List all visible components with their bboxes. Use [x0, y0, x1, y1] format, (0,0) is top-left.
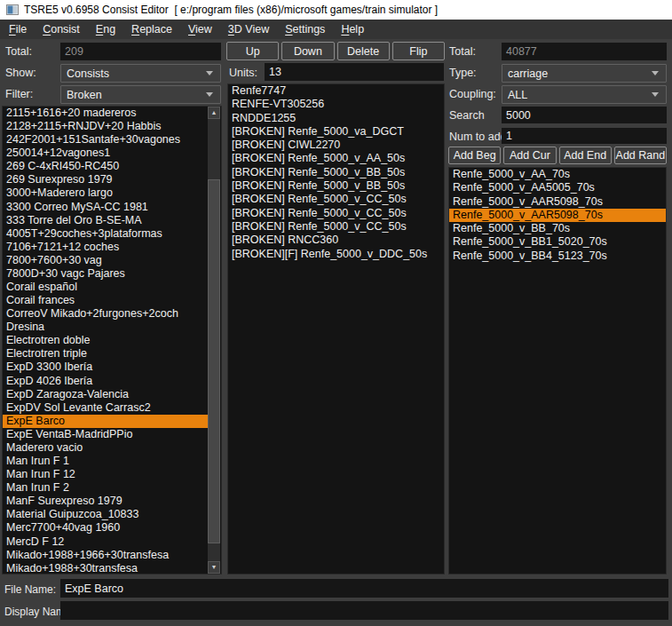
consist-list-item[interactable]: MercD F 12 — [3, 535, 208, 549]
consist-list-item[interactable]: 242F2001+151Santafe+30vagones — [3, 133, 208, 147]
consist-list-item[interactable]: ExpD 4026 Ibería — [3, 375, 208, 388]
consist-list-item[interactable]: Material Guipuzcoa_10833 — [3, 508, 208, 521]
consist-list-item[interactable]: 269 Surexpreso 1979 — [3, 173, 208, 186]
chevron-down-icon — [652, 92, 659, 97]
num-to-add-input[interactable] — [502, 128, 667, 144]
right-total-field[interactable] — [502, 43, 667, 60]
consist-list-item[interactable]: ExpD 3300 Ibería — [3, 361, 208, 374]
consist-list-item[interactable]: Corail frances — [3, 294, 208, 307]
consist-list-item[interactable]: 3300 Correo MySA-CC 1981 — [3, 201, 208, 214]
consist-list-item[interactable]: Merc7700+40vag 1960 — [3, 521, 208, 535]
file-name-input[interactable] — [60, 579, 668, 598]
consist-list-item[interactable]: ExpE Barco — [3, 415, 208, 428]
consist-list-item[interactable]: ExpDV Sol Levante Carrasc2 — [3, 401, 208, 415]
unit-list-item[interactable]: [BROKEN] Renfe_5000_va_DGCT — [228, 125, 444, 139]
menu-view[interactable]: View — [180, 20, 220, 39]
unit-list-item[interactable]: [BROKEN][F] Renfe_5000_v_DDC_50s — [228, 248, 444, 261]
show-label: Show: — [5, 66, 36, 80]
add-button[interactable]: Add Cur — [503, 147, 556, 164]
menu-eng[interactable]: Eng — [88, 20, 123, 39]
scrollbar-thumb[interactable] — [208, 179, 220, 543]
consist-list-item[interactable]: 3000+Maderero largo — [3, 186, 208, 200]
menu-file[interactable]: File — [1, 20, 35, 39]
consist-list-item[interactable]: 269 C-4xRI450-RC450 — [3, 160, 208, 173]
unit-list-item[interactable]: [BROKEN] Renfe_5000_v_BB_50s — [228, 179, 444, 193]
units-label: Units: — [229, 66, 257, 80]
consists-list: 2115+1616+20 madereros2128+2115+RNJDV+20… — [2, 106, 222, 574]
scroll-up-icon[interactable]: ▲ — [208, 107, 220, 119]
filter-label: Filter: — [5, 87, 33, 101]
consist-list-item[interactable]: Electrotren doble — [3, 334, 208, 347]
result-list-item[interactable]: Renfe_5000_v_AAR5098_70s — [449, 209, 666, 222]
result-list-item[interactable]: Renfe_5000_v_BB4_5123_70s — [449, 250, 666, 263]
type-dropdown-value: carriage — [508, 67, 652, 80]
chevron-down-icon — [206, 92, 213, 97]
show-dropdown[interactable]: Consists — [60, 64, 221, 83]
unit-list-item[interactable]: [BROKEN] Renfe_5000_v_CC_50s — [228, 207, 444, 220]
consist-list-item[interactable]: ExpD Zaragoza-Valencia — [3, 388, 208, 401]
consist-list-item[interactable]: 4005T+29coches+3plataformas — [3, 227, 208, 241]
unit-list-item[interactable]: [BROKEN] RNCC360 — [228, 234, 444, 247]
consist-list-item[interactable]: Corail español — [3, 281, 208, 294]
unit-list-item[interactable]: [BROKEN] Renfe_5000_v_CC_50s — [228, 220, 444, 234]
menu-bar: FileConsistEngReplaceView3D ViewSettings… — [0, 20, 672, 39]
consist-list-item[interactable]: Maderero vacio — [3, 441, 208, 455]
consist-edit-button[interactable]: Delete — [337, 42, 390, 60]
consist-list-item[interactable]: Mikado+1988+30transfesa — [3, 562, 208, 574]
coupling-dropdown[interactable]: ALL — [502, 85, 667, 104]
consist-list-item[interactable]: Dresina — [3, 321, 208, 334]
consist-list-item[interactable]: 333 Torre del Oro B-SE-MA — [3, 214, 208, 227]
consist-list-item[interactable]: 2115+1616+20 madereros — [3, 107, 208, 120]
units-list: Renfe7747RENFE-VT305256RNDDE1255[BROKEN]… — [227, 83, 445, 574]
consist-edit-buttons: UpDownDeleteFlip — [226, 42, 445, 60]
filter-dropdown[interactable]: Broken — [60, 85, 221, 104]
consist-list-item[interactable]: 2128+2115+RNJDV+20 Habbis — [3, 120, 208, 133]
result-list-item[interactable]: Renfe_5000_v_BB1_5020_70s — [449, 235, 666, 249]
unit-list-item[interactable]: [BROKEN] Renfe_5000_v_AA_50s — [228, 152, 444, 165]
scroll-down-icon[interactable]: ▼ — [208, 561, 220, 574]
consist-list-item[interactable]: Electrotren triple — [3, 347, 208, 361]
consist-edit-button[interactable]: Down — [281, 42, 334, 60]
result-list-item[interactable]: Renfe_5000_v_AA5005_70s — [449, 181, 666, 194]
result-list-item[interactable]: Renfe_5000_v_BB_70s — [449, 222, 666, 235]
consist-list-item[interactable]: Man Irun F 12 — [3, 468, 208, 481]
result-list-item[interactable]: Renfe_5000_v_AAR5098_70s — [449, 195, 666, 209]
unit-list-item[interactable]: RENFE-VT305256 — [228, 98, 444, 111]
menu-settings[interactable]: Settings — [277, 20, 333, 39]
display-name-input[interactable] — [60, 601, 668, 620]
menu-replace[interactable]: Replace — [123, 20, 180, 39]
unit-list-item[interactable]: Renfe7747 — [228, 84, 444, 98]
left-total-field[interactable] — [60, 43, 221, 60]
menu-consist[interactable]: Consist — [35, 20, 88, 39]
search-label: Search — [449, 108, 485, 123]
consist-list-item[interactable]: ExpE VentaB-MadridPPio — [3, 428, 208, 441]
consist-list-item[interactable]: CorreoV Mikado+2furgones+2coch — [3, 307, 208, 321]
type-dropdown[interactable]: carriage — [502, 64, 667, 83]
consist-list-item[interactable]: Mikado+1988+1966+30transfesa — [3, 549, 208, 562]
window-title: TSRE5 v0.6958 Consist Editor [ e:/progra… — [24, 4, 438, 16]
menu-help[interactable]: Help — [333, 20, 372, 39]
menu-3d-view[interactable]: 3D View — [220, 20, 277, 39]
search-results-list: Renfe_5000_v_AA_70sRenfe_5000_v_AA5005_7… — [448, 167, 667, 574]
unit-list-item[interactable]: [BROKEN] CIWL2270 — [228, 139, 444, 152]
unit-list-item[interactable]: [BROKEN] Renfe_5000_v_CC_50s — [228, 193, 444, 206]
consists-scrollbar[interactable]: ▲ ▼ — [208, 107, 220, 574]
add-button[interactable]: Add Rand — [614, 147, 667, 164]
search-input[interactable] — [502, 107, 667, 123]
consist-list-item[interactable]: ManF Surexpreso 1979 — [3, 495, 208, 508]
coupling-dropdown-value: ALL — [508, 89, 652, 101]
unit-list-item[interactable]: [BROKEN] Renfe_5000_v_BB_50s — [228, 166, 444, 179]
result-list-item[interactable]: Renfe_5000_v_AA_70s — [449, 168, 666, 181]
unit-list-item[interactable]: RNDDE1255 — [228, 112, 444, 125]
add-button[interactable]: Add Beg — [448, 147, 501, 164]
add-button[interactable]: Add End — [559, 147, 612, 164]
consist-list-item[interactable]: 7800D+30 vagc Pajares — [3, 267, 208, 281]
consist-list-item[interactable]: Man Irun F 1 — [3, 455, 208, 468]
consist-edit-button[interactable]: Up — [226, 42, 279, 60]
consist-list-item[interactable]: 250014+12vagones1 — [3, 147, 208, 160]
consist-list-item[interactable]: 7106+7121+12 coches — [3, 241, 208, 254]
consist-list-item[interactable]: Man Irun F 2 — [3, 481, 208, 495]
units-field[interactable] — [265, 63, 444, 81]
consist-list-item[interactable]: 7800+7600+30 vag — [3, 254, 208, 267]
consist-edit-button[interactable]: Flip — [392, 42, 445, 60]
